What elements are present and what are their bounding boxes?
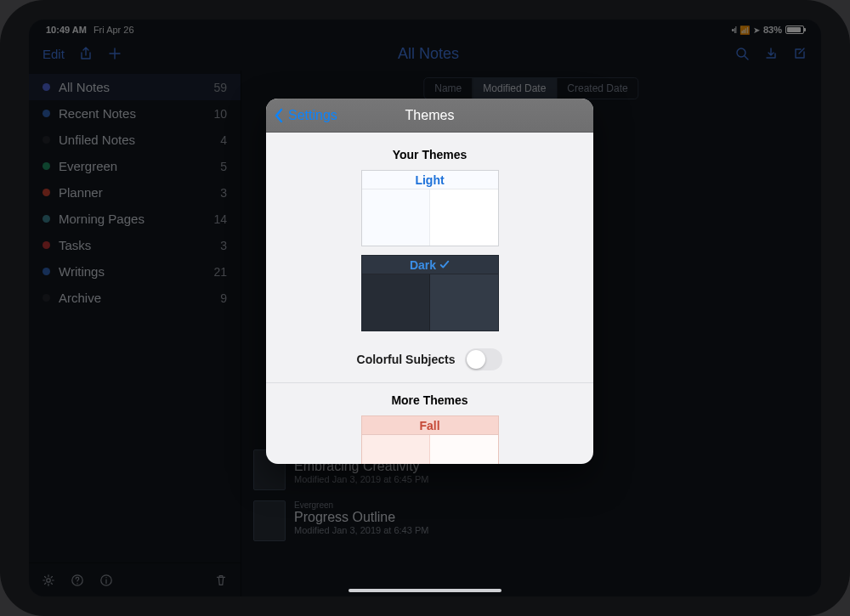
sidebar-item-writings[interactable]: Writings 21 bbox=[29, 258, 241, 285]
dot-icon bbox=[42, 136, 50, 144]
toggle-knob bbox=[467, 350, 485, 369]
sidebar-item-tasks[interactable]: Tasks 3 bbox=[29, 232, 241, 258]
screen: 10:49 AM Fri Apr 26 83% Edit bbox=[29, 20, 821, 596]
colorful-subjects-toggle[interactable] bbox=[465, 348, 502, 370]
dot-icon bbox=[42, 110, 50, 117]
sidebar-item-label: Writings bbox=[59, 264, 105, 279]
sidebar-item-count: 59 bbox=[213, 81, 227, 94]
archive-icon[interactable] bbox=[763, 46, 779, 61]
theme-dark[interactable]: Dark bbox=[361, 255, 499, 331]
info-icon[interactable] bbox=[99, 573, 114, 588]
sidebar: All Notes 59 Recent Notes 10 Unfiled Not… bbox=[29, 71, 241, 596]
sidebar-item-planner[interactable]: Planner 3 bbox=[29, 179, 241, 206]
sidebar-item-archive[interactable]: Archive 9 bbox=[29, 285, 241, 311]
sidebar-list: All Notes 59 Recent Notes 10 Unfiled Not… bbox=[29, 71, 241, 562]
sidebar-item-label: Unfiled Notes bbox=[59, 133, 135, 147]
theme-light[interactable]: Light bbox=[361, 170, 499, 246]
sidebar-item-all-notes[interactable]: All Notes 59 bbox=[29, 74, 241, 100]
edit-button[interactable]: Edit bbox=[42, 47, 65, 61]
status-date: Fri Apr 26 bbox=[94, 25, 134, 35]
status-time: 10:49 AM bbox=[46, 25, 87, 35]
compose-icon[interactable] bbox=[792, 46, 808, 61]
back-button[interactable]: Settings bbox=[266, 108, 337, 123]
location-icon bbox=[753, 25, 760, 35]
sidebar-item-count: 4 bbox=[220, 133, 227, 147]
sidebar-item-label: All Notes bbox=[59, 80, 110, 94]
search-icon[interactable] bbox=[734, 46, 750, 61]
dot-icon bbox=[42, 189, 50, 196]
sidebar-item-label: Archive bbox=[59, 291, 101, 305]
sort-created-date[interactable]: Created Date bbox=[557, 78, 638, 99]
sidebar-item-recent-notes[interactable]: Recent Notes 10 bbox=[29, 100, 241, 127]
help-icon[interactable] bbox=[70, 573, 85, 588]
note-modified: Modified Jan 3, 2019 at 6:45 PM bbox=[294, 474, 428, 484]
page-title: All Notes bbox=[122, 45, 734, 63]
sidebar-item-label: Morning Pages bbox=[59, 212, 144, 226]
app-toolbar: Edit All Notes bbox=[29, 37, 821, 71]
trash-icon[interactable] bbox=[213, 573, 229, 588]
share-icon[interactable] bbox=[78, 46, 94, 61]
dot-icon bbox=[42, 162, 50, 170]
more-themes-heading: More Themes bbox=[266, 393, 593, 407]
sort-segmented-control[interactable]: Name Modified Date Created Date bbox=[423, 77, 638, 99]
back-label: Settings bbox=[288, 108, 337, 123]
theme-label: Fall bbox=[419, 419, 439, 432]
home-indicator[interactable] bbox=[348, 589, 502, 592]
sidebar-item-count: 21 bbox=[213, 265, 227, 279]
sidebar-item-count: 3 bbox=[220, 186, 227, 200]
sidebar-item-count: 3 bbox=[220, 239, 227, 252]
status-bar: 10:49 AM Fri Apr 26 83% bbox=[29, 20, 821, 37]
sidebar-item-count: 9 bbox=[220, 291, 227, 305]
dot-icon bbox=[42, 294, 50, 302]
theme-label: Dark bbox=[410, 258, 436, 272]
sidebar-item-count: 14 bbox=[213, 212, 227, 226]
sidebar-item-count: 5 bbox=[220, 160, 227, 173]
cellular-signal-icon bbox=[731, 25, 736, 35]
gear-icon[interactable] bbox=[41, 573, 56, 588]
sidebar-item-unfiled-notes[interactable]: Unfiled Notes 4 bbox=[29, 127, 241, 153]
dot-icon bbox=[42, 215, 50, 223]
svg-point-0 bbox=[737, 48, 745, 57]
theme-fall[interactable]: Fall bbox=[361, 415, 499, 464]
colorful-subjects-label: Colorful Subjects bbox=[357, 353, 456, 366]
sidebar-item-evergreen[interactable]: Evergreen 5 bbox=[29, 153, 241, 179]
sort-name[interactable]: Name bbox=[424, 78, 473, 99]
note-modified: Modified Jan 3, 2019 at 6:43 PM bbox=[294, 525, 428, 535]
note-category: Evergreen bbox=[294, 500, 428, 510]
your-themes-heading: Your Themes bbox=[266, 148, 593, 161]
note-thumbnail bbox=[253, 500, 286, 541]
note-title: Progress Outline bbox=[294, 510, 428, 525]
list-item[interactable]: Evergreen Progress Outline Modified Jan … bbox=[241, 495, 821, 546]
battery-icon bbox=[785, 25, 804, 34]
checkmark-icon bbox=[439, 260, 450, 270]
sidebar-item-label: Planner bbox=[59, 185, 103, 200]
dot-icon bbox=[42, 241, 50, 249]
popover-header: Settings Themes bbox=[266, 99, 593, 133]
ipad-frame: 10:49 AM Fri Apr 26 83% Edit bbox=[0, 0, 850, 616]
battery-percent: 83% bbox=[763, 25, 782, 35]
sidebar-item-label: Tasks bbox=[59, 238, 91, 252]
themes-popover: Settings Themes Your Themes Light Dark bbox=[266, 99, 593, 464]
popover-body[interactable]: Your Themes Light Dark Colorful Sub bbox=[266, 133, 593, 464]
sidebar-item-label: Evergreen bbox=[59, 159, 117, 173]
sidebar-item-count: 10 bbox=[213, 107, 227, 121]
chevron-left-icon bbox=[271, 108, 286, 123]
wifi-icon bbox=[740, 25, 750, 35]
sort-modified-date[interactable]: Modified Date bbox=[473, 78, 557, 99]
theme-label: Light bbox=[415, 173, 444, 187]
colorful-subjects-row: Colorful Subjects bbox=[266, 348, 593, 383]
sidebar-item-morning-pages[interactable]: Morning Pages 14 bbox=[29, 206, 241, 232]
svg-point-1 bbox=[47, 578, 50, 581]
sidebar-footer bbox=[29, 562, 241, 596]
sidebar-item-label: Recent Notes bbox=[59, 106, 136, 121]
add-icon[interactable] bbox=[107, 46, 122, 61]
dot-icon bbox=[42, 268, 50, 275]
dot-icon bbox=[42, 83, 50, 91]
